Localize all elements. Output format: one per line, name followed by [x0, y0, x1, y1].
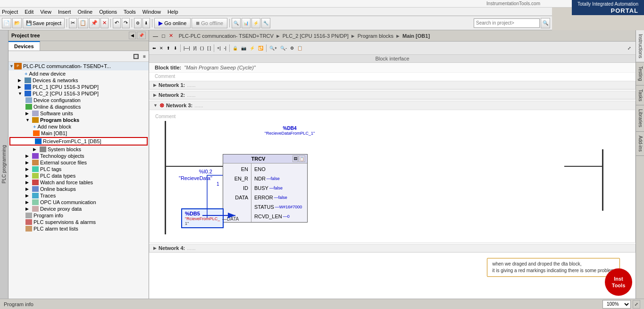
menu-help[interactable]: Help	[167, 9, 178, 15]
db5-block[interactable]: %DB5 "RcieveFromPLC_ 1"	[181, 208, 224, 228]
toolbar-btn-extra2[interactable]: 📊	[242, 18, 251, 28]
trcv-icon1[interactable]: 🖼	[293, 155, 298, 162]
menu-online[interactable]: Online	[77, 9, 92, 15]
network-4-expand[interactable]: ▶	[153, 246, 157, 250]
delete-button[interactable]: ✕	[100, 18, 109, 28]
et-btn15[interactable]: 🔍+	[268, 43, 278, 53]
copy-button[interactable]: 📋	[78, 18, 88, 28]
tree-item-software-units[interactable]: ▶ Software units	[8, 110, 149, 117]
right-panel-testing[interactable]: Testing	[636, 62, 644, 86]
zoom-select[interactable]: 100% 75% 125% 150%	[602, 300, 631, 309]
toolbar-btn-extra3[interactable]: ⚡	[251, 18, 260, 28]
et-btn4[interactable]: ⬇	[172, 43, 179, 53]
undo-button[interactable]: ↶	[113, 18, 121, 28]
breadcrumb-maximize[interactable]: □	[162, 33, 165, 39]
et-btn16[interactable]: 🔍-	[279, 43, 288, 53]
menu-options[interactable]: Options	[99, 9, 117, 15]
tree-root[interactable]: ▼ P PLC-PLC communcation- TSEND+T...	[8, 62, 149, 70]
et-btn9[interactable]: +|	[216, 43, 222, 53]
tree-item-watch-force[interactable]: ▶ Watch and force tables	[8, 179, 149, 186]
et-btn13[interactable]: ⚡	[248, 43, 256, 53]
et-btn2[interactable]: ✕	[158, 43, 165, 53]
tree-item-opc-ua[interactable]: ▶ OPC UA communication	[8, 199, 149, 206]
redo-button[interactable]: ↷	[122, 18, 130, 28]
menu-insert[interactable]: Insert	[58, 9, 71, 15]
paste-button[interactable]: 📌	[89, 18, 100, 28]
tree-item-devices-networks[interactable]: ▶ Devices & networks	[8, 77, 149, 84]
network-2-expand[interactable]: ▶	[153, 93, 157, 97]
tree-item-ext-sources[interactable]: ▶ External source files	[8, 159, 149, 166]
et-btn1[interactable]: ⬅	[151, 43, 158, 53]
tree-item-system-blocks[interactable]: ▶ System blocks	[8, 146, 149, 153]
tree-item-main-ob1[interactable]: Main [OB1]	[8, 130, 149, 137]
tree-item-plc1[interactable]: ▶ PLC_1 [CPU 1516-3 PN/DP]	[8, 84, 149, 90]
right-panel-addins[interactable]: Add-ins	[636, 132, 644, 156]
et-btn3[interactable]: ⬆	[165, 43, 172, 53]
network-2-header[interactable]: ▶ Network 2: ......	[150, 91, 635, 99]
network-3-expand[interactable]: ▼	[153, 103, 158, 108]
tree-item-online-backups[interactable]: ▶ Online backups	[8, 186, 149, 192]
tree-icon-btn2[interactable]: ≡	[141, 52, 148, 60]
et-btn12[interactable]: 📷	[240, 43, 248, 53]
network-3-header[interactable]: ▼ ⊗ Network 3: ......	[150, 101, 635, 110]
breadcrumb-close[interactable]: ✕	[169, 33, 173, 39]
et-btn17[interactable]: ⚙	[289, 43, 295, 53]
toolbar-btn-extra1[interactable]: 🔍	[232, 18, 241, 28]
tree-pin-btn[interactable]: 📌	[137, 32, 146, 39]
et-btn8[interactable]: [ ]	[206, 43, 212, 53]
tree-item-plc2[interactable]: ▼ PLC_2 [CPU 1516-3 PN/DP]	[8, 90, 149, 97]
tree-item-online-diag[interactable]: Online & diagnostics	[8, 103, 149, 110]
search-button[interactable]: 🔍	[541, 18, 550, 28]
tree-item-program-blocks[interactable]: ▼ Program blocks	[8, 117, 149, 123]
menu-tools[interactable]: Tools	[124, 9, 136, 15]
zoom-fit-btn[interactable]: ⤢	[633, 300, 640, 309]
et-btn11[interactable]: 🔒	[231, 43, 239, 53]
tree-item-plc-tags[interactable]: ▶ PLC tags	[8, 166, 149, 172]
plc-programming-tab[interactable]: PLC programming	[0, 30, 8, 299]
menu-project[interactable]: Project	[2, 9, 18, 15]
et-btn10[interactable]: -|	[222, 43, 227, 53]
et-btn5[interactable]: |—|	[182, 43, 192, 53]
tree-collapse-btn[interactable]: ◀	[129, 32, 136, 39]
go-online-button[interactable]: ▶ Go online	[154, 18, 191, 28]
open-button[interactable]: 📂	[12, 18, 22, 28]
et-btn7[interactable]: ( )	[199, 43, 206, 53]
network-1-expand[interactable]: ▶	[153, 83, 157, 87]
et-btn18[interactable]: 📋	[296, 43, 304, 53]
go-online-label: Go online	[164, 20, 186, 26]
search-input[interactable]	[474, 18, 540, 28]
et-expand-btn[interactable]: ⤢	[625, 43, 634, 53]
right-panel-libraries[interactable]: Libraries	[636, 105, 644, 131]
breadcrumb-minimize[interactable]: —	[153, 33, 158, 39]
new-button[interactable]: 📄	[2, 18, 11, 28]
tree-item-tech-objects[interactable]: ▶ Technology objects	[8, 153, 149, 159]
devices-tab[interactable]: Devices	[8, 41, 40, 51]
menu-view[interactable]: View	[40, 9, 51, 15]
trcv-icon2[interactable]: 📋	[299, 155, 305, 162]
toolbar-btn-extra4[interactable]: 🔧	[261, 18, 270, 28]
download-button[interactable]: ⬇	[142, 18, 150, 28]
tree-item-plc-alarms[interactable]: PLC supervisions & alarms	[8, 219, 149, 225]
menu-edit[interactable]: Edit	[25, 9, 33, 15]
tree-item-add-block[interactable]: + Add new block	[8, 123, 149, 130]
tree-item-alarm-texts[interactable]: PLC alarm text lists	[8, 225, 149, 232]
network-4-header[interactable]: ▶ Network 4: ......	[150, 244, 635, 252]
et-btn14[interactable]: 🔁	[257, 43, 265, 53]
et-btn6[interactable]: |/|	[192, 43, 198, 53]
tree-item-device-config[interactable]: Device configuration	[8, 97, 149, 103]
tree-item-plc-data-types[interactable]: ▶ PLC data types	[8, 172, 149, 179]
tree-icon-btn1[interactable]: 🔲	[131, 52, 141, 60]
right-panel-instructions[interactable]: Instructions	[636, 30, 644, 62]
network-1-header[interactable]: ▶ Network 1: ......	[150, 81, 635, 89]
right-panel-tasks[interactable]: Tasks	[636, 86, 644, 106]
save-button[interactable]: 💾 Save project	[23, 18, 65, 28]
compile-button[interactable]: ⚙	[134, 18, 142, 28]
tree-item-rcieve-db5[interactable]: RcieveFromPLC_1 [DB5]	[9, 137, 148, 146]
cut-button[interactable]: ✂	[69, 18, 77, 28]
menu-window[interactable]: Window	[142, 9, 161, 15]
tree-item-traces[interactable]: ▶ Traces	[8, 192, 149, 199]
go-offline-button[interactable]: ◼ Go offline	[192, 18, 227, 28]
tree-item-program-info[interactable]: Program info	[8, 212, 149, 219]
tree-item-device-proxy[interactable]: ▶ Device proxy data	[8, 206, 149, 212]
tree-item-add-device[interactable]: + Add new device	[8, 70, 149, 77]
